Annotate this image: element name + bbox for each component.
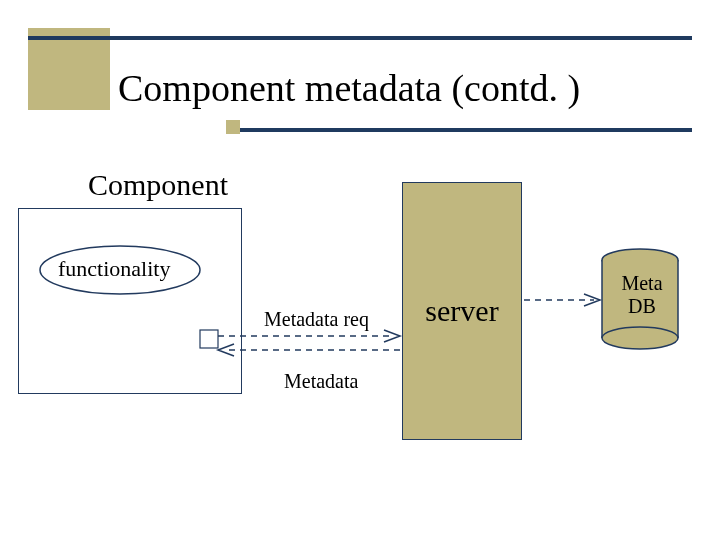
- metadata-resp-label: Metadata: [284, 370, 358, 393]
- title-sub-square: [226, 120, 240, 134]
- metadata-req-label: Metadata req: [264, 308, 369, 331]
- title-top-rule: [28, 36, 692, 40]
- slide-title: Component metadata (contd. ): [118, 66, 580, 110]
- svg-point-5: [602, 327, 678, 349]
- functionality-label: functionality: [58, 256, 170, 282]
- server-label: server: [425, 294, 498, 328]
- meta-db-label-line2: DB: [628, 295, 656, 317]
- arrow-req-head: [384, 330, 400, 342]
- component-heading: Component: [88, 168, 228, 202]
- arrow-db-head: [584, 294, 600, 306]
- meta-db-label: Meta DB: [614, 272, 670, 318]
- title-accent-square: [28, 28, 110, 110]
- title-sub-rule: [240, 128, 692, 132]
- server-box: server: [402, 182, 522, 440]
- component-box: [18, 208, 242, 394]
- meta-db-label-line1: Meta: [621, 272, 662, 294]
